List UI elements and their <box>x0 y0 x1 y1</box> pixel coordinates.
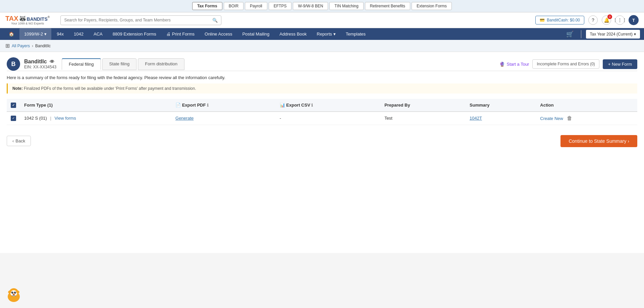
nav-reports-dropdown-icon: ▾ <box>333 32 336 37</box>
incomplete-forms-label: Incomplete Forms and Errors (0) <box>537 62 595 66</box>
nav-postal-mailing[interactable]: Postal Mailing <box>237 28 274 40</box>
search-icon[interactable]: 🔍 <box>212 18 218 23</box>
nav-reports[interactable]: Reports ▾ <box>312 28 340 40</box>
payer-info: BanditIlc 👁 EIN: XX-XX34543 <box>24 59 56 69</box>
pipe-separator: | <box>50 116 51 121</box>
new-form-label: + New Form <box>608 62 632 67</box>
main-content: B BanditIlc 👁 EIN: XX-XX34543 Federal fi… <box>0 52 644 253</box>
excel-icon: 📊 <box>280 103 285 108</box>
breadcrumb-separator: › <box>32 44 33 48</box>
table-header-checkbox: ✓ <box>7 99 20 112</box>
summary-link[interactable]: 1042T <box>470 116 482 121</box>
tab-state-filing[interactable]: State filing <box>102 58 137 70</box>
tabs-row: Federal filing State filing Form distrib… <box>62 58 499 70</box>
payer-actions: 🔮 Start a Tour Incomplete Forms and Erro… <box>499 59 637 69</box>
logo-text: TAX🦝BANDITS® <box>5 15 50 22</box>
start-tour-button[interactable]: 🔮 Start a Tour <box>499 62 529 67</box>
payer-ein: EIN: XX-XX34543 <box>24 65 56 69</box>
table-header-export-csv: 📊 Export CSV ℹ <box>276 99 380 112</box>
table-row: ✓ 1042 S (01) | View forms Generate - Te… <box>7 112 637 125</box>
delete-icon[interactable]: 🗑 <box>567 115 572 121</box>
back-button[interactable]: ‹ Back <box>7 136 31 146</box>
start-tour-label: Start a Tour <box>506 62 529 67</box>
top-nav-tax-forms[interactable]: Tax Forms <box>192 2 222 10</box>
row-summary-cell: 1042T <box>466 112 536 125</box>
nav-home[interactable]: 🏠 <box>4 28 19 40</box>
bottom-actions: ‹ Back Continue to State Summary › <box>7 132 637 147</box>
tax-year-button[interactable]: Tax Year 2024 (Current) ▾ <box>586 30 640 39</box>
tab-federal-filing[interactable]: Federal filing <box>62 58 101 70</box>
table-header-export-pdf: 📄 Export PDF ℹ <box>171 99 276 112</box>
grid-view-icon[interactable]: ⊞ <box>5 43 10 49</box>
generate-pdf-link[interactable]: Generate <box>175 116 194 121</box>
view-forms-link[interactable]: View forms <box>55 116 76 121</box>
table-header-action: Action <box>536 99 637 112</box>
nav-templates[interactable]: Templates <box>341 28 370 40</box>
grid-icon: ⋮⋮⋮ <box>613 17 627 23</box>
nav-address-book[interactable]: Address Book <box>275 28 311 40</box>
tab-form-distribution[interactable]: Form distribution <box>138 58 184 70</box>
notification-badge: 0 <box>607 14 612 19</box>
forms-table: ✓ Form Type (1) 📄 Export PDF ℹ 📊 Export … <box>7 99 637 125</box>
row-checkbox-cell: ✓ <box>7 112 20 125</box>
continue-label: Continue to State Summary › <box>569 138 629 144</box>
back-label: Back <box>15 138 25 143</box>
bandit-cash-button[interactable]: 💳 BanditCash: $0.00 <box>535 16 584 24</box>
payer-name: BanditIlc 👁 <box>24 59 56 65</box>
nav-1099-w2[interactable]: 1099/W-2 ▾ <box>19 28 51 40</box>
nav-print-forms[interactable]: 🖨 Print Forms <box>162 28 199 40</box>
nav-8809[interactable]: 8809 Extension Forms <box>108 28 161 40</box>
top-nav-payroll[interactable]: Payroll <box>245 2 267 10</box>
prepared-by-value: Test <box>384 116 392 121</box>
back-chevron-icon: ‹ <box>12 138 14 143</box>
note-text: Finalized PDFs of the forms will be avai… <box>24 86 196 91</box>
tax-year-dropdown-icon: ▾ <box>634 32 636 37</box>
notifications-button[interactable]: 🔔 0 <box>602 15 611 25</box>
table-header-prepared-by: Prepared By <box>380 99 466 112</box>
eye-icon[interactable]: 👁 <box>50 59 54 64</box>
row-export-csv-cell: - <box>276 112 380 125</box>
create-new-link[interactable]: Create New <box>540 116 563 121</box>
note-box: Note: Finalized PDFs of the forms will b… <box>7 83 637 94</box>
help-button[interactable]: ? <box>588 15 598 25</box>
nav-1042[interactable]: 1042 <box>69 28 88 40</box>
main-nav-right: 🛒 Tax Year 2024 (Current) ▾ <box>564 30 640 39</box>
export-pdf-info-icon[interactable]: ℹ <box>207 103 209 108</box>
top-nav-eftps[interactable]: EFTPS <box>269 2 292 10</box>
continue-button[interactable]: Continue to State Summary › <box>560 135 637 147</box>
tax-year-label: Tax Year 2024 (Current) <box>590 32 633 37</box>
breadcrumb-all-payers[interactable]: All Payers <box>12 44 30 48</box>
new-form-button[interactable]: + New Form <box>603 59 637 69</box>
nav-print-forms-label: Print Forms <box>172 32 195 37</box>
nav-aca[interactable]: ACA <box>89 28 107 40</box>
apps-button[interactable]: ⋮⋮⋮ <box>615 15 625 25</box>
top-nav-bar: Tax Forms BOIR Payroll EFTPS W-9/W-8 BEN… <box>0 0 644 12</box>
incomplete-forms-button[interactable]: Incomplete Forms and Errors (0) <box>532 59 599 69</box>
export-csv-info-icon[interactable]: ℹ <box>311 103 313 108</box>
row-action-cell: Create New 🗑 <box>536 112 637 125</box>
row-form-type: 1042 S (01) <box>24 116 47 121</box>
nav-1099-w2-label: 1099/W-2 <box>24 32 43 37</box>
nav-online-access[interactable]: Online Access <box>200 28 237 40</box>
top-nav-w9-w8ben[interactable]: W-9/W-8 BEN <box>293 2 328 10</box>
top-nav-extension-forms[interactable]: Extension Forms <box>412 2 452 10</box>
wallet-icon: 💳 <box>540 18 545 22</box>
search-bar[interactable]: 🔍 <box>60 15 221 25</box>
top-nav-boir[interactable]: BOIR <box>224 2 244 10</box>
nav-94x[interactable]: 94x <box>52 28 68 40</box>
search-input[interactable] <box>64 18 212 22</box>
printer-icon: 🖨 <box>166 32 171 37</box>
payer-avatar: B <box>7 57 20 71</box>
main-nav: 🏠 1099/W-2 ▾ 94x 1042 ACA 8809 Extension… <box>0 28 644 40</box>
payer-header-full: B BanditIlc 👁 EIN: XX-XX34543 Federal fi… <box>7 57 637 71</box>
top-nav-tin-matching[interactable]: TIN Matching <box>329 2 363 10</box>
top-nav-retirement-benefits[interactable]: Retirement Benefits <box>365 2 410 10</box>
cart-icon[interactable]: 🛒 <box>564 30 576 38</box>
user-avatar[interactable]: T <box>629 15 639 25</box>
breadcrumb: ⊞ All Payers › BanditIlc <box>0 40 644 52</box>
nav-reports-label: Reports <box>317 32 332 37</box>
row-checkbox[interactable]: ✓ <box>11 116 16 121</box>
row-prepared-by-cell: Test <box>380 112 466 125</box>
select-all-checkbox[interactable]: ✓ <box>11 103 16 108</box>
header-actions: 💳 BanditCash: $0.00 ? 🔔 0 ⋮⋮⋮ T <box>535 15 639 25</box>
